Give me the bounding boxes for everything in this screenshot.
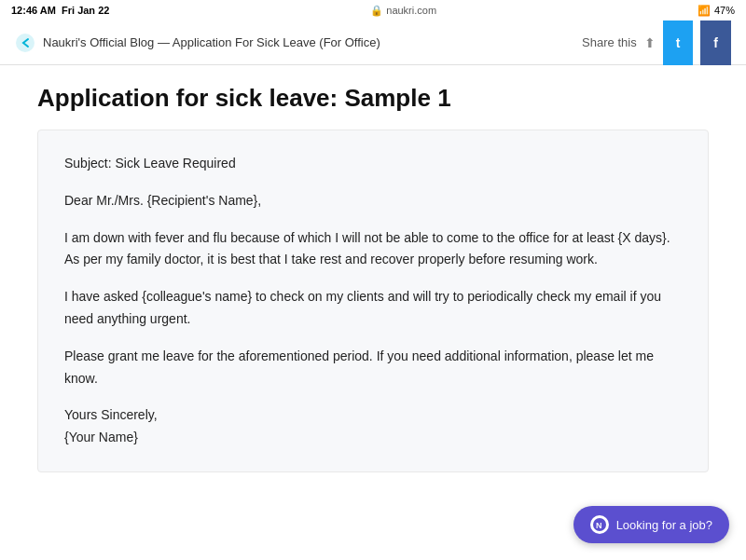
cta-button[interactable]: N Looking for a job?	[573, 506, 729, 543]
battery-icon: 47%	[714, 5, 735, 16]
page-title: Application for sick leave: Sample 1	[37, 84, 709, 113]
status-time: 12:46 AM Fri Jan 22	[11, 5, 109, 16]
nav-title: Naukri's Official Blog — Application For…	[43, 35, 380, 49]
svg-point-0	[16, 34, 35, 52]
twitter-button[interactable]: t	[663, 20, 694, 65]
status-right: 📶 47%	[698, 5, 735, 17]
naukri-logo-icon	[15, 33, 35, 53]
letter-name: {Your Name}	[64, 427, 682, 449]
wifi-icon: 📶	[698, 5, 711, 17]
letter-para-3: Please grant me leave for the aforementi…	[64, 346, 682, 390]
nav-left: Naukri's Official Blog — Application For…	[15, 33, 380, 53]
cta-icon: N	[590, 515, 609, 534]
letter-para-2: I have asked {colleague's name} to check…	[64, 286, 682, 331]
letter-subject: Subject: Sick Leave Required	[64, 153, 682, 175]
naukri-cta-icon: N	[592, 517, 607, 532]
status-url: 🔒 naukri.com	[370, 5, 436, 17]
letter-para-1: I am down with fever and flu because of …	[64, 227, 682, 272]
letter-box: Subject: Sick Leave Required Dear Mr./Mr…	[37, 130, 709, 472]
share-label: Share this	[582, 35, 637, 49]
letter-greeting: Dear Mr./Mrs. {Recipient's Name},	[64, 190, 682, 212]
main-content: Application for sick leave: Sample 1 Sub…	[0, 65, 746, 491]
nav-bar: Naukri's Official Blog — Application For…	[0, 20, 746, 65]
facebook-button[interactable]: f	[700, 20, 731, 65]
lock-icon: 🔒	[370, 5, 383, 17]
nav-right: Share this ⬆ t f	[582, 20, 731, 65]
letter-closing: Yours Sincerely, {Your Name}	[64, 404, 682, 449]
letter-closing-line: Yours Sincerely,	[64, 404, 682, 427]
back-button[interactable]	[15, 33, 35, 53]
svg-text:N: N	[596, 521, 602, 530]
cta-label: Looking for a job?	[616, 518, 712, 532]
share-icon[interactable]: ⬆	[644, 35, 656, 50]
status-bar: 12:46 AM Fri Jan 22 🔒 naukri.com 📶 47%	[0, 0, 746, 20]
